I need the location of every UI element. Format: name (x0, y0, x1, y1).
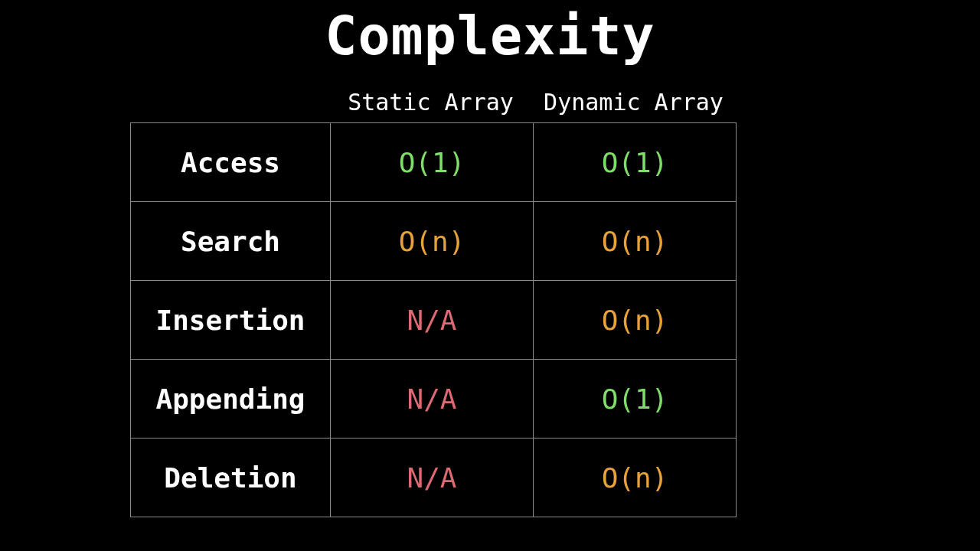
cell-static: O(n) (330, 202, 533, 280)
slide: Complexity Static Array Dynamic Array Ac… (0, 0, 980, 551)
table-row: Search O(n) O(n) (131, 201, 736, 280)
cell-dynamic: O(n) (533, 439, 736, 517)
page-title: Complexity (0, 5, 980, 67)
cell-static: N/A (330, 360, 533, 438)
cell-static: N/A (330, 281, 533, 359)
cell-static: N/A (330, 439, 533, 517)
col-header-dynamic: Dynamic Array (532, 89, 735, 116)
cell-dynamic: O(n) (533, 281, 736, 359)
op-name: Appending (131, 360, 330, 438)
col-header-static: Static Array (329, 89, 532, 116)
table-row: Access O(1) O(1) (131, 123, 736, 201)
cell-static: O(1) (330, 123, 533, 201)
cell-dynamic: O(n) (533, 202, 736, 280)
table-row: Appending N/A O(1) (131, 359, 736, 438)
cell-dynamic: O(1) (533, 123, 736, 201)
op-name: Deletion (131, 439, 330, 517)
table-row: Deletion N/A O(n) (131, 438, 736, 517)
complexity-table: Access O(1) O(1) Search O(n) O(n) Insert… (130, 122, 737, 517)
op-name: Search (131, 202, 330, 280)
op-name: Insertion (131, 281, 330, 359)
column-headers: Static Array Dynamic Array (130, 89, 735, 116)
op-name: Access (131, 123, 330, 201)
table-row: Insertion N/A O(n) (131, 280, 736, 359)
cell-dynamic: O(1) (533, 360, 736, 438)
col-header-empty (130, 89, 329, 116)
